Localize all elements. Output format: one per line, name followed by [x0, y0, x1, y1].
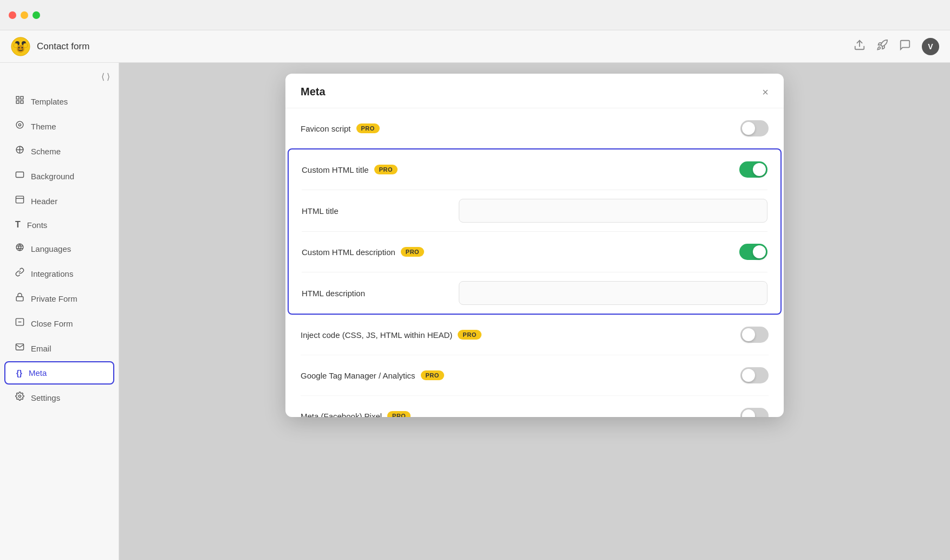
- meta-pixel-pro-badge: PRO: [387, 411, 411, 417]
- sidebar-label-scheme: Scheme: [31, 147, 61, 156]
- content-area: Meta × Favicon script PRO: [119, 63, 950, 560]
- meta-pixel-row: Meta (Facebook) Pixel PRO: [301, 396, 769, 417]
- sidebar-label-meta: Meta: [29, 368, 47, 377]
- traffic-lights: [9, 11, 40, 19]
- sidebar-item-integrations[interactable]: Integrations: [4, 262, 114, 285]
- svg-rect-10: [21, 96, 23, 99]
- svg-point-21: [16, 244, 23, 251]
- favicon-script-label: Favicon script PRO: [301, 123, 380, 133]
- modal-title: Meta: [301, 86, 326, 98]
- favicon-script-row: Favicon script PRO: [301, 108, 769, 148]
- custom-html-title-pro-badge: PRO: [374, 165, 398, 174]
- svg-point-5: [22, 47, 23, 48]
- sidebar-item-theme[interactable]: Theme: [4, 114, 114, 138]
- svg-rect-12: [21, 101, 23, 103]
- sidebar-item-background[interactable]: Background: [4, 164, 114, 188]
- main-layout: ⟨ ⟩ Templates Theme Scheme Background: [0, 63, 950, 560]
- modal-body: Favicon script PRO: [285, 108, 784, 417]
- sidebar-item-templates[interactable]: Templates: [4, 89, 114, 113]
- upload-icon[interactable]: [854, 39, 866, 54]
- svg-point-27: [18, 395, 21, 397]
- svg-point-13: [16, 121, 23, 128]
- sidebar-label-templates: Templates: [31, 97, 68, 106]
- header-icon: [15, 195, 24, 207]
- inject-code-pro-badge: PRO: [458, 330, 481, 340]
- chat-icon[interactable]: [899, 39, 911, 54]
- sidebar-item-close-form[interactable]: Close Form: [4, 311, 114, 335]
- email-icon: [15, 342, 24, 354]
- sidebar-label-email: Email: [31, 344, 51, 353]
- theme-icon: [15, 120, 24, 132]
- inject-code-toggle[interactable]: [740, 327, 769, 343]
- meta-pixel-label: Meta (Facebook) Pixel PRO: [301, 411, 411, 417]
- sidebar-label-theme: Theme: [31, 122, 56, 131]
- google-tag-manager-row: Google Tag Manager / Analytics PRO: [301, 355, 769, 396]
- custom-html-title-toggle[interactable]: [739, 161, 767, 178]
- maximize-button[interactable]: [32, 11, 40, 19]
- meta-icon: {}: [16, 369, 22, 377]
- custom-html-description-toggle[interactable]: [739, 244, 767, 260]
- modal-close-button[interactable]: ×: [762, 87, 769, 97]
- google-tag-pro-badge: PRO: [421, 370, 444, 380]
- header-actions: V: [854, 38, 939, 55]
- app-header: Contact form V: [0, 30, 950, 63]
- favicon-toggle-knob: [742, 122, 755, 135]
- sidebar-label-private-form: Private Form: [31, 294, 77, 303]
- sidebar-item-scheme[interactable]: Scheme: [4, 139, 114, 163]
- sidebar-item-settings[interactable]: Settings: [4, 386, 114, 409]
- inject-code-label: Inject code (CSS, JS, HTML within HEAD) …: [301, 330, 481, 340]
- templates-icon: [15, 95, 24, 107]
- sidebar-label-integrations: Integrations: [31, 269, 73, 278]
- html-title-row: HTML title: [302, 190, 767, 232]
- svg-point-7: [23, 43, 28, 48]
- html-title-input[interactable]: [459, 199, 767, 223]
- sidebar-item-meta[interactable]: {} Meta: [4, 361, 114, 385]
- custom-html-desc-pro-badge: PRO: [401, 247, 424, 257]
- svg-rect-11: [16, 101, 19, 103]
- google-tag-manager-label: Google Tag Manager / Analytics PRO: [301, 370, 444, 380]
- sidebar-collapse[interactable]: ⟨ ⟩: [0, 71, 119, 88]
- collapse-icon[interactable]: ⟨ ⟩: [101, 71, 110, 82]
- svg-point-14: [18, 123, 21, 126]
- inject-toggle-knob: [742, 328, 755, 341]
- meta-pixel-toggle-knob: [742, 409, 755, 417]
- sidebar-item-languages[interactable]: Languages: [4, 237, 114, 261]
- rocket-icon[interactable]: [876, 39, 888, 54]
- svg-rect-19: [16, 196, 23, 203]
- sidebar-item-private-form[interactable]: Private Form: [4, 286, 114, 310]
- favicon-script-section: Favicon script PRO: [285, 108, 784, 148]
- close-form-icon: [15, 317, 24, 329]
- meta-modal: Meta × Favicon script PRO: [285, 74, 784, 417]
- favicon-script-toggle[interactable]: [740, 120, 769, 136]
- custom-html-title-toggle-knob: [753, 163, 766, 176]
- sidebar-item-header[interactable]: Header: [4, 189, 114, 213]
- custom-html-title-row: Custom HTML title PRO: [302, 149, 767, 190]
- close-button[interactable]: [9, 11, 16, 19]
- html-description-input[interactable]: [459, 281, 767, 305]
- app-logo: [11, 37, 30, 56]
- custom-html-description-label: Custom HTML description PRO: [302, 247, 424, 257]
- background-icon: [15, 170, 24, 182]
- bottom-section: Inject code (CSS, JS, HTML within HEAD) …: [285, 315, 784, 417]
- html-title-label: HTML title: [302, 206, 339, 216]
- sidebar-item-email[interactable]: Email: [4, 336, 114, 360]
- private-form-icon: [15, 292, 24, 304]
- modal-overlay: Meta × Favicon script PRO: [119, 63, 950, 560]
- meta-pixel-toggle[interactable]: [740, 408, 769, 417]
- google-tag-manager-toggle[interactable]: [740, 367, 769, 383]
- sidebar-label-background: Background: [31, 172, 74, 181]
- custom-html-desc-toggle-knob: [753, 245, 766, 258]
- html-description-row: HTML description: [302, 272, 767, 314]
- user-avatar[interactable]: V: [922, 38, 939, 55]
- title-bar: [0, 0, 950, 30]
- fonts-icon: T: [15, 220, 21, 230]
- inject-code-row: Inject code (CSS, JS, HTML within HEAD) …: [301, 315, 769, 355]
- sidebar-label-close-form: Close Form: [31, 319, 73, 328]
- svg-point-4: [18, 47, 20, 48]
- minimize-button[interactable]: [21, 11, 28, 19]
- sidebar-label-languages: Languages: [31, 244, 71, 253]
- integrations-icon: [15, 268, 24, 279]
- sidebar-item-fonts[interactable]: T Fonts: [4, 214, 114, 236]
- google-toggle-knob: [742, 369, 755, 382]
- svg-rect-24: [16, 297, 23, 301]
